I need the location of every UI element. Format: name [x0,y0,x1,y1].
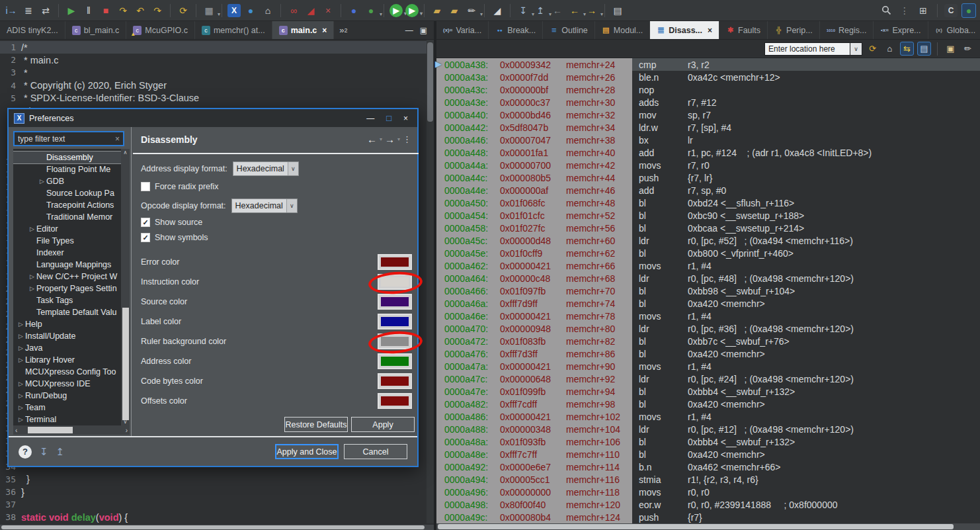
disassembly-row[interactable]: 0000a466:0x01f097fbmemchr+70bl0xbb98 <__… [436,285,980,297]
editor-line[interactable]: 35 } [0,473,434,486]
close-tab-icon[interactable]: × [322,26,327,35]
restore-defaults-button[interactable]: Restore Defaults [284,417,348,432]
editor-line[interactable]: 36} [0,486,434,498]
address-color-swatch[interactable] [378,353,412,369]
disassembly-row[interactable]: 0000a44a:0x00000700memchr+42movsr7, r0 [436,159,980,171]
line-number[interactable]: 37 [0,500,16,509]
follow-location-icon[interactable]: ▤ [917,42,931,56]
tree-item-property-pages-settin[interactable]: ▷Property Pages Settin [13,283,121,294]
tree-item-team[interactable]: ▷Team [13,402,121,414]
tree-item-source-lookup-pa[interactable]: Source Lookup Pa [13,187,121,199]
instruction-color-swatch[interactable] [378,274,412,290]
disassembly-row[interactable]: 0000a44e:0x000000afmemchr+46addr7, sp, #… [436,184,980,197]
import-preferences-icon[interactable]: ↧ [40,446,48,458]
label-color-swatch[interactable] [378,314,412,330]
load-target-icon[interactable]: ↥▾ [533,3,548,18]
tab-breakpoints[interactable]: ●●Break... [489,21,543,39]
line-number[interactable]: 5 [0,93,16,103]
open-perspective-icon[interactable]: ⊞ [916,3,930,18]
force-radix-checkbox[interactable] [141,182,150,191]
disassembly-row[interactable]: 0000a438:0x00009342memchr+24cmpr3, r2 [436,58,980,71]
maximize-icon[interactable]: □ [386,113,391,123]
tree-horizontal-scrollbar[interactable]: ‹ › [13,425,130,435]
toggle-stepping-icon[interactable]: ⇄ [38,3,53,18]
disassembly-row[interactable]: 0000a462:0x00000421memchr+66movsr1, #4 [436,259,980,272]
back-history-disabled-icon[interactable]: ← [550,3,565,18]
disassembly-row[interactable]: 0000a486:0x00000421memchr+102movsr1, #4 [436,410,980,423]
import-folder-icon[interactable]: ▰ [447,3,462,18]
tree-item-gdb[interactable]: ▷GDB [13,175,121,187]
scrollbar-thumb[interactable] [28,427,73,433]
tab-expressions[interactable]: •x=Expre... [874,21,928,39]
disassembly-row[interactable]: 0000a45e:0x01f0cff9memchr+62bl0xb800 <_v… [436,247,980,259]
expand-arrow-icon[interactable]: ▷ [17,357,25,363]
tree-item-task-tags[interactable]: Task Tags [13,294,121,306]
tree-item-file-types[interactable]: File Types [13,235,121,247]
run-icon[interactable]: ▶▾ [389,4,403,17]
cancel-button[interactable]: Cancel [344,444,407,459]
expand-arrow-icon[interactable]: ▷ [17,321,25,328]
tab-adis-tinyk2[interactable]: ADIS tinyK2... [0,21,65,39]
dropdown-caret-icon[interactable]: ▾ [218,11,220,17]
offsets-color-swatch[interactable] [378,393,412,409]
location-input[interactable] [764,42,850,56]
disassembly-row[interactable]: 0000a47a:0x00000421memchr+90movsr1, #4 [436,360,980,373]
tab-modules[interactable]: ▤Modul... [595,21,650,39]
expand-arrow-icon[interactable]: ▷ [28,226,36,232]
clear-marks-icon[interactable]: × [321,3,335,18]
help-icon[interactable]: ? [19,445,32,459]
search-icon[interactable] [879,3,893,18]
expand-arrow-icon[interactable]: ▷ [17,416,25,423]
expand-arrow-icon[interactable]: ▷ [17,345,25,351]
dropdown-caret-icon[interactable]: ▾ [380,11,382,17]
tree-item-disassembly[interactable]: Disassembly [13,152,121,163]
link-icon[interactable]: ∞ [286,3,301,18]
disassembly-row[interactable]: 0000a48e:0xfff7c7ffmemchr+110bl0xa420 <m… [436,448,980,461]
dropdown-caret-icon[interactable]: ▾ [480,11,483,17]
scroll-left-icon[interactable]: ‹ [15,427,17,434]
tab-peripherals[interactable]: ╬Perip... [768,21,820,39]
last-edit-location-icon[interactable]: ▤ [610,3,625,18]
dropdown-caret-icon[interactable]: ▾ [420,11,423,17]
debug-bug-blue-icon[interactable]: ● [347,3,361,18]
step-return-icon[interactable]: ↶ [133,3,147,18]
back-history-icon[interactable]: ←▾ [567,3,582,18]
expand-arrow-icon[interactable]: ▷ [17,392,25,399]
disassembly-row[interactable]: 0000a472:0x01f083fbmemchr+82bl0xbb7c <__… [436,335,980,347]
disassembly-row[interactable]: 0000a46e:0x00000421memchr+78movsr1, #4 [436,310,980,322]
disassembly-row[interactable]: 0000a43a:0x0000f7ddmemchr+26ble.n0xa42c … [436,71,980,83]
tree-item-editor[interactable]: ▷Editor [13,223,121,235]
ruler-background-color-swatch[interactable] [378,333,412,349]
scrollbar-thumb[interactable] [122,308,129,420]
expand-arrow-icon[interactable]: ▷ [28,285,36,292]
globe-icon[interactable]: ● [243,3,258,18]
refresh-view-icon[interactable]: ⟳ [866,42,879,56]
debug-perspective-icon[interactable]: ● [961,3,976,18]
expand-arrow-icon[interactable]: ▷ [17,380,25,387]
opcode-format-select[interactable]: Hexadecimal ∨ [231,199,298,213]
editor-horizontal-scrollbar[interactable] [0,525,434,530]
disassembly-row[interactable]: 0000a496:0x00000000memchr+118movsr0, r0 [436,486,980,498]
disassembly-mode-icon[interactable]: ≣ [21,3,36,18]
disassembly-row[interactable]: 0000a450:0x01f068fcmemchr+48bl0xbd24 <__… [436,197,980,209]
restart-icon[interactable]: ⟳ [176,3,190,18]
tree-item-library-hover[interactable]: ▷Library Hover [13,354,121,366]
tree-item-indexer[interactable]: Indexer [13,247,121,259]
tree-item-language-mappings[interactable]: Language Mappings [13,259,121,271]
editor-line[interactable]: 5 * SPDX-License-Identifier: BSD-3-Claus… [0,92,434,105]
scrollbar-thumb[interactable] [427,42,433,122]
pin-view-icon[interactable]: ✏ [961,42,975,56]
disassembly-row[interactable]: 0000a45c:0x00000d48memchr+60ldrr0, [pc, … [436,234,980,247]
profile-icon[interactable]: ▶▾ [405,4,419,17]
tab-outline[interactable]: ≡Outline [543,21,595,39]
sync-with-pc-icon[interactable]: ⇆ [900,42,914,56]
disassembly-row[interactable]: 0000a458:0x01f027fcmemchr+56bl0xbcaa <__… [436,222,980,234]
disassembly-row[interactable]: 0000a454:0x01f01cfcmemchr+52bl0xbc90 <__… [436,209,980,222]
error-color-swatch[interactable] [378,254,412,270]
source-color-swatch[interactable] [378,294,412,310]
tree-item-java[interactable]: ▷Java [13,342,121,354]
close-tab-icon[interactable]: × [708,26,712,35]
editor-line[interactable]: 37 [0,498,434,511]
cpp-perspective-icon[interactable]: C [944,4,958,17]
location-dropdown-icon[interactable]: ∨ [850,42,862,56]
